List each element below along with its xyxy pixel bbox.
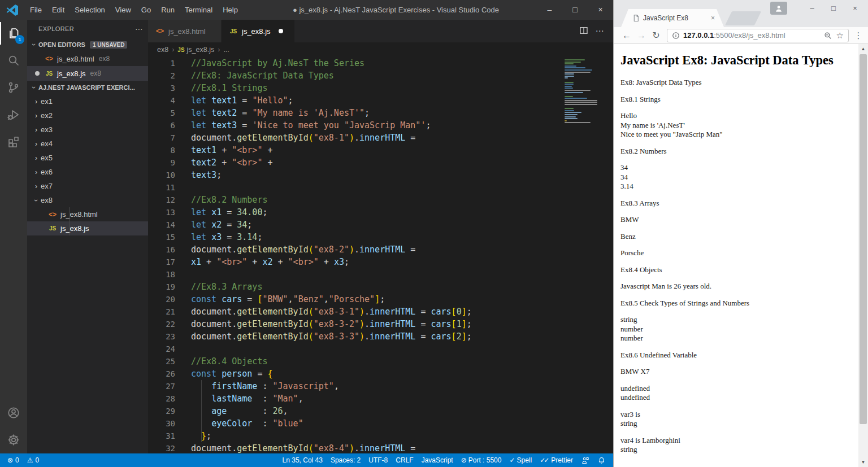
menu-item-view[interactable]: View: [110, 0, 136, 20]
sidebar-folder-ex4[interactable]: ›ex4: [27, 137, 148, 151]
status-crlf[interactable]: CRLF: [392, 456, 417, 464]
open-editors-header[interactable]: › OPEN EDITORS 1 UNSAVED: [27, 38, 148, 51]
status-prettier[interactable]: ✓✓Prettier: [536, 456, 577, 464]
token: text3: [211, 120, 237, 130]
browser-close-button[interactable]: ×: [844, 0, 866, 17]
browser-menu-icon[interactable]: ⋮: [852, 30, 865, 41]
tab-js_ex8.js[interactable]: JSjs_ex8.js: [222, 20, 295, 42]
address-bar[interactable]: 127.0.0.1:5500/ex8/js_ex8.html ☆: [667, 29, 849, 42]
minimap[interactable]: [565, 59, 605, 124]
feedback-icon[interactable]: [577, 456, 593, 465]
menu-item-edit[interactable]: Edit: [47, 0, 70, 20]
profile-icon[interactable]: [770, 2, 787, 15]
browser-maximize-button[interactable]: □: [823, 0, 844, 17]
source-control-icon[interactable]: [0, 74, 27, 101]
tab-js_ex8.html[interactable]: <>js_ex8.html: [148, 20, 222, 42]
token: =: [405, 133, 415, 143]
reload-icon[interactable]: ↻: [649, 30, 663, 41]
split-editor-icon[interactable]: [576, 26, 592, 37]
url-path: :5500/ex8/js_ex8.html: [714, 31, 785, 40]
url-text[interactable]: 127.0.0.1:5500/ex8/js_ex8.html: [683, 31, 819, 40]
token: =: [415, 319, 431, 329]
html-file-icon: <>: [155, 27, 165, 35]
explorer-icon[interactable]: 1: [0, 20, 27, 47]
scroll-up-icon[interactable]: ▲: [858, 44, 868, 54]
workspace-root-header[interactable]: › AJ.NEST JAVASCRIPT EXERCI...: [27, 81, 148, 94]
browser-tab[interactable]: JavaScript Ex8 ×: [621, 9, 724, 27]
token: =: [242, 294, 257, 304]
open-editor-item[interactable]: JSjs_ex8.jsex8: [27, 66, 148, 81]
bell-icon[interactable]: [593, 456, 610, 465]
token: =: [222, 220, 237, 230]
sidebar-folder-ex7[interactable]: ›ex7: [27, 179, 148, 193]
window-maximize-button[interactable]: □: [562, 0, 588, 20]
tab-close-icon[interactable]: ×: [711, 14, 715, 22]
page-text-line: 3.14: [620, 182, 633, 190]
sidebar-folder-ex8[interactable]: ›ex8: [27, 193, 148, 207]
token: //Ex8: JavaScript Data Types: [191, 71, 334, 81]
open-editors-label: OPEN EDITORS: [38, 41, 85, 48]
search-icon[interactable]: [0, 47, 27, 74]
status-port-5500[interactable]: ⊘Port : 5500: [457, 456, 506, 464]
account-icon[interactable]: [0, 399, 27, 426]
sidebar-file-js_ex8.html[interactable]: <>js_ex8.html: [27, 207, 148, 221]
sidebar-folder-ex5[interactable]: ›ex5: [27, 151, 148, 165]
site-info-icon[interactable]: [672, 32, 680, 40]
back-icon[interactable]: ←: [619, 30, 634, 41]
browser-minimize-button[interactable]: –: [801, 0, 823, 17]
window-close-button[interactable]: ×: [588, 0, 613, 20]
status-javascript[interactable]: JavaScript: [418, 456, 457, 464]
sidebar-folder-ex2[interactable]: ›ex2: [27, 108, 148, 123]
status-ln-35-col-43[interactable]: Ln 35, Col 43: [279, 456, 327, 464]
window-minimize-button[interactable]: –: [537, 0, 562, 20]
warnings-status[interactable]: ⚠0: [23, 456, 43, 464]
menu-item-file[interactable]: File: [25, 0, 47, 20]
token: "Porsche": [329, 294, 375, 304]
line-number: 3: [154, 84, 175, 93]
status-utf-8[interactable]: UTF-8: [364, 456, 392, 464]
menu-item-help[interactable]: Help: [218, 0, 243, 20]
minimap-line: [565, 120, 567, 121]
token: ): [359, 307, 364, 317]
extensions-icon[interactable]: [0, 128, 27, 155]
token: [191, 431, 201, 441]
menu-item-terminal[interactable]: Terminal: [180, 0, 218, 20]
sidebar-file-js_ex8.js[interactable]: JSjs_ex8.js: [27, 221, 148, 235]
sidebar-folder-ex3[interactable]: ›ex3: [27, 123, 148, 137]
menu-item-go[interactable]: Go: [136, 0, 156, 20]
line-number: 30: [154, 419, 175, 428]
breadcrumb-item[interactable]: ...: [223, 46, 229, 54]
zoom-out-icon[interactable]: [824, 32, 832, 40]
status-spell[interactable]: ✓Spell: [505, 456, 536, 464]
token: "ex8-2": [314, 245, 349, 255]
scroll-down-icon[interactable]: ▼: [858, 457, 868, 467]
breadcrumb-item[interactable]: js_ex8.js: [187, 46, 215, 54]
sidebar-folder-ex1[interactable]: ›ex1: [27, 94, 148, 108]
vscode-window: FileEditSelectionViewGoRunTerminalHelp ●…: [0, 0, 613, 467]
open-editor-item[interactable]: <>js_ex8.htmlex8: [27, 51, 148, 66]
settings-icon[interactable]: [0, 426, 27, 453]
sidebar-folder-ex6[interactable]: ›ex6: [27, 165, 148, 179]
minimap-line: [565, 84, 574, 85]
menu-item-selection[interactable]: Selection: [70, 0, 110, 20]
forward-icon[interactable]: →: [634, 30, 649, 41]
code-line: 21document.getElementById("ex8-3-1").inn…: [148, 305, 613, 318]
sidebar-more-actions-icon[interactable]: ⋯: [135, 24, 144, 33]
more-actions-icon[interactable]: ⋯: [592, 26, 607, 36]
menu-item-run[interactable]: Run: [156, 0, 180, 20]
token: //Ex8.1 Strings: [191, 83, 267, 93]
token: innerHTML: [370, 307, 415, 317]
new-tab-button[interactable]: [725, 11, 761, 25]
token: 'Nice to meet you "JavaScrip Man"': [252, 120, 426, 130]
code-editor[interactable]: 1//JavaScript by Aj.NesT the Series2//Ex…: [148, 57, 613, 453]
bookmark-star-icon[interactable]: ☆: [836, 30, 844, 41]
status-spaces-2[interactable]: Spaces: 2: [327, 456, 364, 464]
file-tree: ›ex1›ex2›ex3›ex4›ex5›ex6›ex7›ex8<>js_ex8…: [27, 94, 148, 235]
browser-scrollbar[interactable]: ▲ ▼: [858, 44, 868, 467]
errors-status[interactable]: ⊗0: [3, 456, 23, 464]
warnings-icon: ⚠: [27, 456, 33, 464]
paragraph: Porsche: [620, 248, 851, 258]
breadcrumb-item[interactable]: ex8: [157, 46, 168, 54]
scrollbar-thumb[interactable]: [860, 54, 867, 424]
run-debug-icon[interactable]: [0, 101, 27, 128]
